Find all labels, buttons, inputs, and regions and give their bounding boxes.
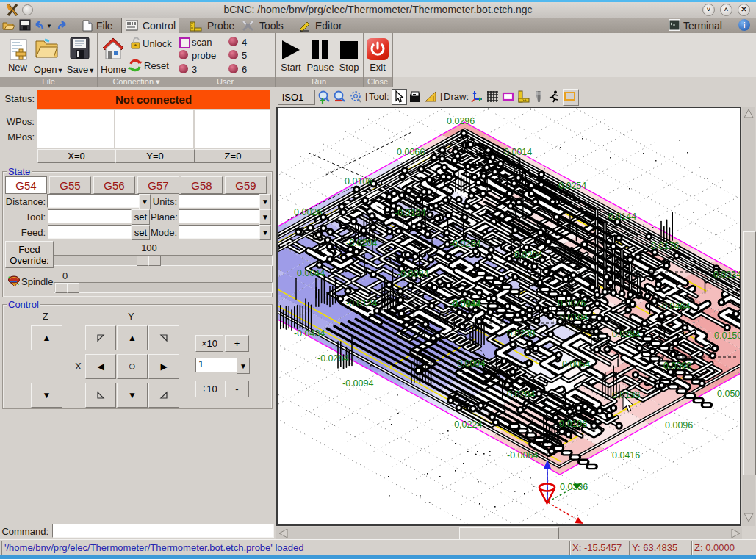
svg-text:-0.0094: -0.0094 — [342, 378, 373, 389]
svg-text:0.0026: 0.0026 — [294, 207, 322, 217]
svg-text:0.0416: 0.0416 — [612, 450, 640, 461]
svg-text:0.0144: 0.0144 — [608, 212, 636, 222]
svg-text:0.0108: 0.0108 — [559, 419, 587, 429]
svg-text:0.0034: 0.0034 — [713, 270, 740, 280]
svg-text:0.0284: 0.0284 — [612, 329, 640, 339]
svg-text:-0.0094: -0.0094 — [454, 358, 485, 369]
svg-text:0.050: 0.050 — [717, 389, 740, 399]
svg-text:0.0238: 0.0238 — [507, 328, 535, 339]
svg-text:0.0096: 0.0096 — [665, 420, 693, 430]
svg-text:-0.0164: -0.0164 — [395, 208, 425, 218]
svg-text:0.0044: 0.0044 — [453, 298, 480, 309]
svg-text:0.0090: 0.0090 — [663, 361, 691, 371]
svg-text:0.0106: 0.0106 — [345, 176, 372, 187]
svg-text:0.0104: 0.0104 — [560, 312, 588, 322]
svg-text:0.0336: 0.0336 — [560, 482, 588, 492]
svg-text:0.0150: 0.0150 — [714, 331, 740, 341]
svg-text:-0.0434: -0.0434 — [294, 328, 325, 339]
svg-text:-0.0464: -0.0464 — [659, 301, 690, 311]
svg-text:0.0204: 0.0204 — [514, 250, 542, 260]
svg-text:-0.0124: -0.0124 — [346, 298, 377, 309]
svg-text:0.0054: 0.0054 — [562, 359, 590, 369]
svg-text:0.0296: 0.0296 — [447, 116, 475, 126]
svg-text:-0.0284: -0.0284 — [317, 353, 348, 364]
svg-text:-0.0064: -0.0064 — [507, 450, 538, 461]
svg-text:0.0176: 0.0176 — [651, 241, 679, 251]
svg-text:0.0044: 0.0044 — [297, 268, 325, 278]
svg-text:-0.0224: -0.0224 — [451, 419, 482, 430]
svg-text:0.0014: 0.0014 — [504, 147, 532, 157]
svg-text:-0.0204: -0.0204 — [346, 238, 377, 248]
svg-text:0.0254: 0.0254 — [558, 181, 586, 191]
svg-text:0.0204: 0.0204 — [507, 389, 535, 400]
svg-text:-0.0284: -0.0284 — [450, 239, 480, 249]
svg-text:0.0076: 0.0076 — [558, 298, 586, 309]
svg-text:0.0066: 0.0066 — [397, 147, 425, 157]
svg-text:-0.0084: -0.0084 — [397, 269, 428, 279]
